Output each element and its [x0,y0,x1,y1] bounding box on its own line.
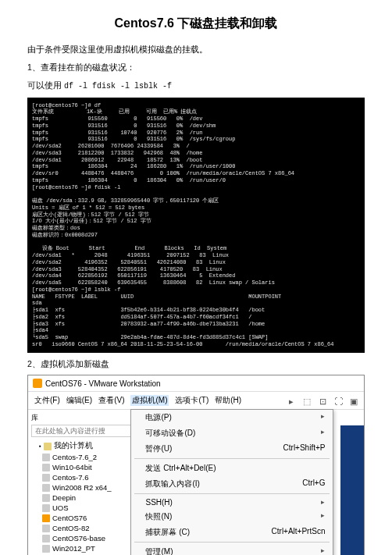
search-input[interactable] [31,425,141,437]
tree-item[interactable]: Win2008 R2 x64_ [31,482,141,493]
tree-item[interactable]: UOS [31,503,141,513]
menu-item[interactable]: 电源(P) [131,410,333,425]
menu-item[interactable]: 快照(N) [131,509,333,525]
vm-dropdown: 电源(P)可移动设备(D)暂停(U)Ctrl+Shift+P发送 Ctrl+Al… [130,409,333,555]
unity-icon[interactable]: ▣ [348,396,359,407]
menu-view[interactable]: 查看(V) [98,395,124,406]
tree-item[interactable]: Deepin [31,493,141,503]
snapshot-icon[interactable]: ⊡ [317,396,328,407]
menu-item[interactable]: 捕获屏幕 (C)Ctrl+Alt+PrtScn [131,525,333,540]
tree-item[interactable]: Win2012_PT [31,543,141,553]
command-text: df -l fdisk -l lsblk -f [64,82,172,91]
page-title: Centos7.6 下磁盘挂载和卸载 [27,16,365,32]
fullscreen-icon[interactable]: ⛶ [333,396,344,407]
menu-file[interactable]: 文件(F) [34,395,60,406]
guest-screen [340,425,364,555]
menu-item[interactable]: SSH(H) [131,496,333,509]
menu-edit[interactable]: 编辑(E) [66,395,92,406]
menu-item[interactable]: 管理(M) [131,544,333,555]
menu-item[interactable]: 发送 Ctrl+Alt+Del(E) [131,461,333,476]
menu-item[interactable]: 可移动设备(D) [131,425,333,441]
step1-label: 1、查看挂在前的磁盘状况： [27,61,365,74]
terminal-output: [root@centos76 ~]# df 文件系统 1K-块 已用 可用 已用… [27,98,365,353]
tree-item[interactable]: CentOS76 [31,513,141,523]
menu-bar: 文件(F) 编辑(E) 查看(V) 虚拟机(M) 电源(P)可移动设备(D)暂停… [28,392,364,410]
tree-item[interactable]: Win10-64bit [31,462,141,472]
window-titlebar: CentOS76 - VMware Workstation [28,375,364,392]
tree-item[interactable]: Centos-7.6_2 [31,452,141,462]
vm-tree: ▪ 我的计算机 Centos-7.6_2 Win10-64bit Centos-… [31,440,141,555]
tree-item[interactable]: CentOS-82 [31,523,141,533]
vmware-icon [33,379,42,388]
tree-item[interactable]: Centos-7.6 [31,472,141,482]
menu-item[interactable]: 暂停(U)Ctrl+Shift+P [131,441,333,457]
step1b-text: 可以使用 df -l fdisk -l lsblk -f [27,79,365,93]
intro-text: 由于条件受限这里使用虚拟机模拟磁盘的挂载。 [27,43,365,56]
toolbar: ▸ ⬚ ⊡ ⛶ ▣ [130,394,359,407]
tree-root[interactable]: ▪ 我的计算机 [31,440,141,452]
vmware-window: CentOS76 - VMware Workstation 文件(F) 编辑(E… [27,375,365,555]
power-icon[interactable]: ▸ [286,396,297,407]
tree-item[interactable]: CentOS76-base [31,533,141,543]
library-label: 库 [31,413,141,423]
step2-label: 2、虚拟机添加新磁盘 [27,358,365,371]
stop-icon[interactable]: ⬚ [301,396,312,407]
menu-item[interactable]: 抓取输入内容(I)Ctrl+G [131,476,333,492]
sidebar: 库 ▪ 我的计算机 Centos-7.6_2 Win10-64bit Cento… [28,410,145,555]
